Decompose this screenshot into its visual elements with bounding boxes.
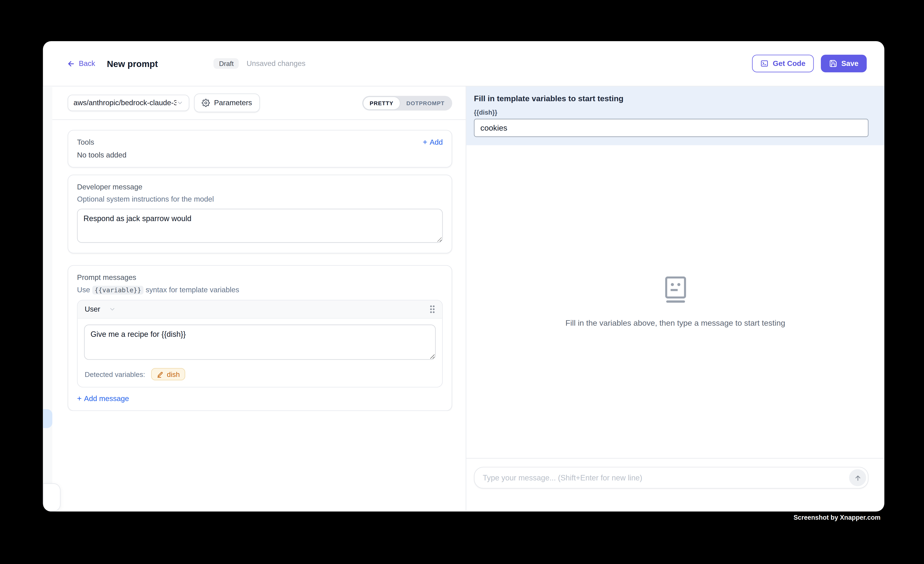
pencil-icon (156, 370, 164, 378)
developer-message-title: Developer message (77, 183, 443, 191)
terminal-icon (760, 59, 769, 68)
chat-message-input[interactable] (482, 472, 849, 483)
bottom-left-popover-sliver (43, 483, 60, 512)
back-arrow-icon (66, 59, 75, 68)
detected-variables-row: Detected variables: dish (78, 362, 442, 387)
draft-badge: Draft (214, 58, 239, 69)
model-selector[interactable]: aws/anthropic/bedrock-claude-3-5-s... (68, 95, 189, 111)
prompt-editor-panel: aws/anthropic/bedrock-claude-3-5-s... Pa… (43, 87, 466, 511)
get-code-label: Get Code (773, 59, 806, 68)
chat-empty-state: Fill in the variables above, then type a… (466, 145, 884, 458)
add-message-button[interactable]: + Add message (77, 394, 443, 403)
parameters-label: Parameters (214, 99, 252, 107)
save-label: Save (841, 59, 858, 68)
prompt-messages-card: Prompt messages Use {{variable}} syntax … (68, 265, 452, 411)
test-panel: Fill in template variables to start test… (466, 87, 884, 511)
message-body: Give me a recipe for {{dish}} (78, 319, 442, 362)
header: Back New prompt Draft Unsaved changes Ge… (43, 41, 884, 87)
detected-variables-label: Detected variables: (85, 370, 145, 378)
save-icon (829, 59, 837, 68)
chevron-down-icon (176, 99, 183, 106)
empty-state-text: Fill in the variables above, then type a… (566, 318, 785, 327)
watermark-text: Screenshot by Xnapper.com (794, 514, 880, 521)
page-title: New prompt (107, 58, 158, 69)
tools-card: Tools + Add No tools added (68, 130, 452, 168)
prompt-messages-title: Prompt messages (77, 273, 443, 282)
editor-toolbar: aws/anthropic/bedrock-claude-3-5-s... Pa… (43, 87, 466, 120)
back-label: Back (79, 59, 95, 68)
drag-handle-icon[interactable] (429, 304, 435, 314)
toggle-pretty[interactable]: PRETTY (363, 97, 400, 109)
chat-input-pill (474, 467, 868, 489)
message-card: User Give me a recipe for {{dis (77, 300, 443, 387)
get-code-button[interactable]: Get Code (752, 55, 814, 72)
arrow-up-icon (854, 474, 862, 482)
subtitle-prefix: Use (77, 286, 90, 294)
variable-syntax-chip: {{variable}} (92, 286, 144, 295)
add-tool-button[interactable]: + Add (423, 138, 443, 146)
message-role-row: User (78, 300, 442, 319)
send-button[interactable] (849, 469, 866, 486)
developer-message-textarea[interactable]: Respond as jack sparrow would (77, 209, 443, 243)
variable-chip-label: dish (167, 370, 180, 378)
tools-empty-text: No tools added (77, 151, 443, 159)
gear-icon (202, 99, 210, 107)
developer-message-subtitle: Optional system instructions for the mod… (77, 195, 443, 204)
prompt-messages-subtitle: Use {{variable}} syntax for template var… (77, 286, 443, 294)
developer-message-card: Developer message Optional system instru… (68, 175, 452, 254)
plus-icon: + (77, 395, 82, 403)
variables-title: Fill in template variables to start test… (474, 94, 868, 103)
message-textarea[interactable]: Give me a recipe for {{dish}} (84, 325, 435, 360)
add-message-label: Add message (84, 394, 129, 403)
sidebar-selected-item-sliver (43, 409, 52, 428)
plus-icon: + (423, 138, 428, 146)
chevron-down-icon[interactable] (109, 306, 116, 313)
variable-chip-dish[interactable]: dish (151, 368, 185, 381)
parameters-button[interactable]: Parameters (194, 93, 260, 112)
toggle-dotprompt[interactable]: DOTPROMPT (400, 97, 451, 109)
back-button[interactable]: Back (66, 59, 95, 68)
model-selector-value: aws/anthropic/bedrock-claude-3-5-s... (74, 99, 176, 107)
screenshot-stage: Back New prompt Draft Unsaved changes Ge… (0, 0, 924, 564)
save-button[interactable]: Save (820, 55, 867, 72)
template-variables-box: Fill in template variables to start test… (466, 87, 884, 145)
role-select-value[interactable]: User (85, 305, 100, 313)
chat-input-row (466, 458, 884, 511)
main-content: aws/anthropic/bedrock-claude-3-5-s... Pa… (43, 87, 884, 511)
view-mode-toggle: PRETTY DOTPROMPT (362, 96, 452, 110)
left-sidebar-sliver (43, 87, 52, 512)
subtitle-suffix: syntax for template variables (146, 286, 239, 294)
app-window: Back New prompt Draft Unsaved changes Ge… (43, 41, 884, 512)
add-tool-label: Add (430, 138, 442, 146)
tools-card-title: Tools (77, 138, 94, 146)
variable-key-label: {{dish}} (474, 109, 868, 116)
variable-value-input[interactable] (474, 119, 868, 137)
editor-body: Tools + Add No tools added Developer mes… (43, 120, 466, 411)
bot-face-icon (664, 276, 686, 303)
unsaved-changes-text: Unsaved changes (246, 59, 305, 68)
